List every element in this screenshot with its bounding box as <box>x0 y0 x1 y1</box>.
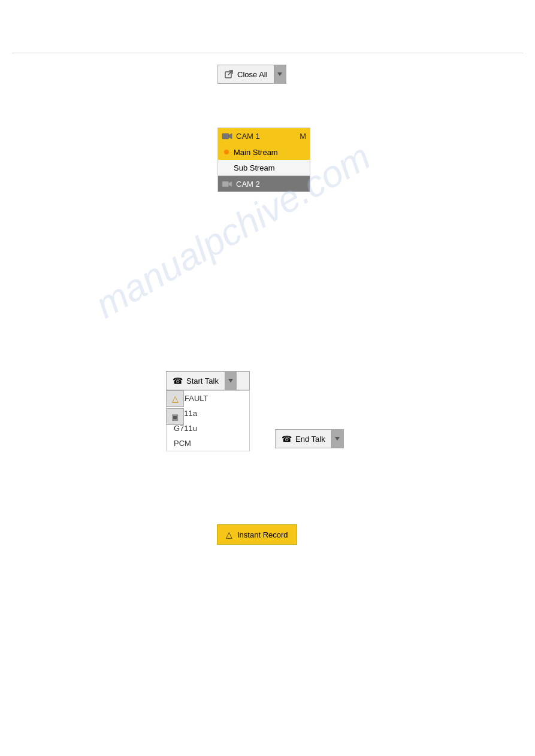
end-talk-phone-icon: ☎ <box>282 434 292 444</box>
start-talk-label: Start Talk <box>186 377 219 385</box>
cam2-icon <box>222 180 232 188</box>
sub-stream-label: Sub Stream <box>234 163 275 172</box>
film-icon-row: ▣ <box>166 408 184 425</box>
close-all-label: Close All <box>237 70 268 79</box>
svg-rect-1 <box>222 133 229 139</box>
close-all-button[interactable]: Close All <box>217 65 286 84</box>
start-talk-dropdown-arrow[interactable] <box>225 372 237 390</box>
start-talk-button[interactable]: ☎ Start Talk <box>166 371 250 390</box>
icon-rows: △ ▣ <box>166 390 184 426</box>
warning-icon-row: △ <box>166 390 184 407</box>
end-talk-main[interactable]: ☎ End Talk <box>276 430 331 448</box>
cam1-label: CAM 1 <box>236 132 296 141</box>
main-stream-dot <box>224 150 229 154</box>
export-icon <box>224 69 234 79</box>
phone-icon: ☎ <box>173 376 183 385</box>
svg-marker-2 <box>229 133 232 139</box>
instant-record-warning-icon: △ <box>226 530 232 539</box>
close-all-main[interactable]: Close All <box>218 65 274 83</box>
cam2-row[interactable]: CAM 2 <box>217 175 310 192</box>
close-all-dropdown-arrow[interactable] <box>274 65 286 83</box>
sub-stream-row[interactable]: Sub Stream <box>217 160 310 175</box>
instant-record-button[interactable]: △ Instant Record <box>217 524 297 545</box>
main-stream-label: Main Stream <box>234 148 278 157</box>
start-talk-main[interactable]: ☎ Start Talk <box>167 372 225 390</box>
cam-dropdown: CAM 1 M Main Stream Sub Stream CAM 2 <box>217 127 310 192</box>
end-talk-label: End Talk <box>295 435 325 444</box>
arrow-down-icon <box>277 72 282 76</box>
svg-marker-4 <box>229 181 232 187</box>
close-all-area: Close All <box>217 65 286 84</box>
instant-record-area: △ Instant Record <box>217 524 297 545</box>
end-talk-button[interactable]: ☎ End Talk <box>275 429 344 448</box>
end-talk-area: ☎ End Talk <box>275 429 344 448</box>
arrow-down-icon <box>228 379 233 382</box>
cam1-icon <box>222 132 232 140</box>
cam1-suffix: M <box>300 132 306 141</box>
warning-triangle-icon: △ <box>172 394 179 403</box>
top-divider <box>12 53 523 53</box>
end-talk-dropdown-arrow[interactable] <box>331 430 343 448</box>
instant-record-label: Instant Record <box>237 530 288 539</box>
cam1-row[interactable]: CAM 1 M <box>217 127 310 144</box>
cam2-label: CAM 2 <box>236 180 260 189</box>
main-stream-row[interactable]: Main Stream <box>217 144 310 160</box>
film-icon: ▣ <box>171 412 179 421</box>
svg-rect-3 <box>222 181 229 187</box>
talk-menu-item-pcm[interactable]: PCM <box>167 436 249 451</box>
arrow-down-icon <box>335 437 340 441</box>
